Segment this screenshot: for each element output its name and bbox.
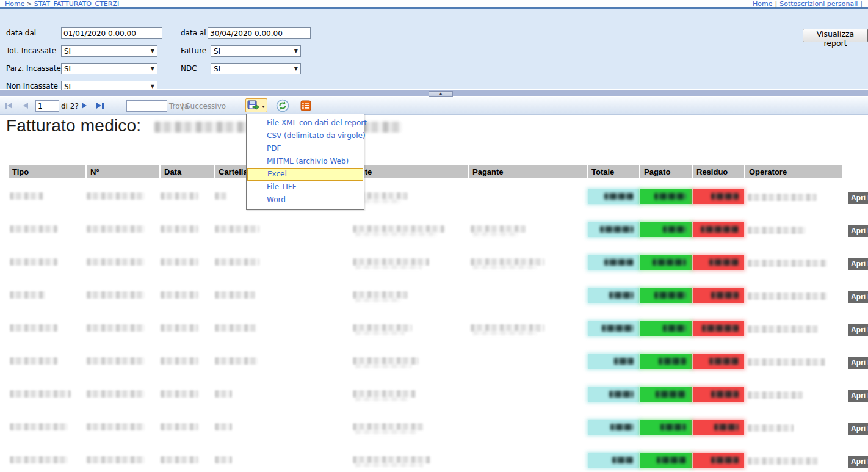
export-menu-item[interactable]: Word [247, 194, 364, 206]
open-invoice-button[interactable]: Apri F [848, 291, 868, 303]
cell-cliente-redacted [353, 423, 424, 430]
param-label-parz-incassate: Parz. Incassate [6, 64, 61, 73]
cell-cartella-redacted [215, 291, 255, 299]
header-data: Data [161, 165, 214, 178]
cell-data-redacted [161, 192, 198, 200]
cell-operatore-redacted [748, 325, 818, 333]
cell-cliente-redacted [353, 291, 408, 299]
header-tipo: Tipo [9, 165, 85, 178]
cell-data-redacted [161, 390, 198, 398]
refresh-icon[interactable] [276, 99, 289, 114]
totale-value-redacted [609, 391, 634, 398]
cell-tipo-redacted [10, 258, 57, 266]
cell-pagato [640, 189, 692, 204]
cell-data-redacted [161, 357, 198, 365]
open-invoice-button[interactable]: Apri F [848, 357, 868, 369]
first-page-icon[interactable] [5, 102, 12, 109]
export-menu-item[interactable]: MHTML (archivio Web) [247, 155, 364, 168]
cell-totale [588, 288, 639, 303]
open-invoice-button[interactable]: Apri F [848, 423, 868, 435]
previous-page-icon[interactable] [23, 102, 28, 109]
cell-pagante-redacted [471, 324, 544, 332]
search-input[interactable] [126, 100, 167, 112]
select-value: SI [214, 47, 220, 56]
ndc-select[interactable]: SI ▼ [211, 63, 301, 74]
cell-cliente-redacted [353, 357, 419, 365]
breadcrumb-home-link[interactable]: Home [5, 0, 24, 8]
cell-cliente-redacted [353, 390, 416, 398]
data-dal-input[interactable] [61, 27, 162, 39]
report-title: Fatturato medico: [6, 116, 141, 136]
cell-tipo-redacted [10, 192, 43, 200]
table-row: Apri F [0, 255, 868, 271]
select-value: SI [64, 47, 71, 56]
cell-totale [588, 189, 639, 204]
export-caret-icon: ▼ [261, 104, 266, 109]
open-invoice-button[interactable]: Apri F [848, 324, 868, 336]
cell-pagato [640, 288, 692, 303]
link-separator: | [772, 0, 779, 8]
totale-value-redacted [610, 424, 634, 430]
export-menu-item[interactable]: PDF [247, 142, 364, 155]
export-menu-item[interactable]: Excel [247, 168, 363, 181]
cell-residuo [693, 387, 744, 402]
totale-value-redacted [604, 193, 634, 200]
table-row: Apri F [0, 387, 868, 403]
cell-cartella-redacted [215, 423, 232, 430]
find-next-link[interactable]: Successivo [186, 102, 226, 111]
tot-incassate-select[interactable]: SI ▼ [61, 45, 157, 57]
cell-pagante-redacted [471, 258, 544, 266]
cell-numero-redacted [87, 357, 145, 365]
header-numero: N° [87, 165, 159, 178]
page-number-input[interactable] [35, 100, 59, 112]
view-report-button[interactable]: Visualizza report [803, 29, 868, 42]
export-dropdown-button[interactable]: ▼ [245, 98, 267, 112]
cell-operatore-redacted [748, 260, 827, 267]
cell-pagato [640, 420, 692, 435]
report-toolbar: di 2? Trova | Successivo ▼ [0, 97, 868, 115]
home-link[interactable]: Home [753, 0, 772, 8]
link-separator: | [858, 0, 865, 8]
breadcrumb-current-link[interactable]: STAT_FATTURATO_CTERZI [34, 0, 120, 8]
header-pagante: Pagante [469, 165, 587, 178]
pagato-value-redacted [663, 325, 686, 332]
parz-incassate-select[interactable]: SI ▼ [61, 63, 157, 74]
open-invoice-button[interactable]: Apri F [848, 192, 868, 204]
cell-operatore-redacted [748, 227, 806, 234]
open-invoice-button[interactable]: Apri F [848, 456, 868, 468]
pagato-value-redacted [659, 358, 686, 365]
export-menu-item[interactable]: File TIFF [247, 181, 364, 194]
pagato-value-redacted [653, 259, 686, 266]
data-al-input[interactable] [208, 27, 311, 39]
export-menu-item[interactable]: CSV (delimitato da virgole) [247, 129, 364, 142]
export-menu-item[interactable]: File XML con dati del report [247, 117, 364, 129]
cell-cartella-redacted [215, 258, 259, 266]
fatture-select[interactable]: SI ▼ [211, 45, 301, 57]
open-invoice-button[interactable]: Apri F [848, 390, 868, 402]
cell-pagante-redacted [471, 225, 526, 233]
collapse-parameters-handle[interactable]: ▲ [429, 91, 453, 97]
data-feed-icon[interactable] [300, 100, 311, 113]
cell-tipo-redacted [10, 357, 57, 365]
last-page-icon[interactable] [96, 102, 104, 109]
param-label-data-dal: data dal [6, 29, 36, 37]
cell-pagato [640, 222, 692, 237]
cell-residuo [693, 354, 744, 369]
next-page-icon[interactable] [82, 102, 87, 109]
dropdown-caret-icon: ▼ [151, 84, 154, 89]
cell-totale [588, 255, 639, 270]
personal-subscriptions-link[interactable]: Sottoscrizioni personali [779, 0, 858, 8]
open-invoice-button[interactable]: Apri F [848, 225, 868, 237]
table-row: Apri F [0, 453, 868, 469]
panel-divider [794, 22, 794, 93]
cell-residuo [693, 288, 744, 303]
open-invoice-button[interactable]: Apri F [848, 258, 868, 270]
residuo-value-redacted [701, 226, 739, 233]
totale-value-redacted [604, 259, 634, 266]
cell-cliente-redacted [353, 258, 429, 266]
cell-numero-redacted [87, 225, 145, 233]
cell-operatore-redacted [748, 194, 817, 201]
cell-residuo [693, 189, 744, 204]
totale-value-redacted [614, 358, 634, 365]
cell-numero-redacted [87, 324, 145, 332]
